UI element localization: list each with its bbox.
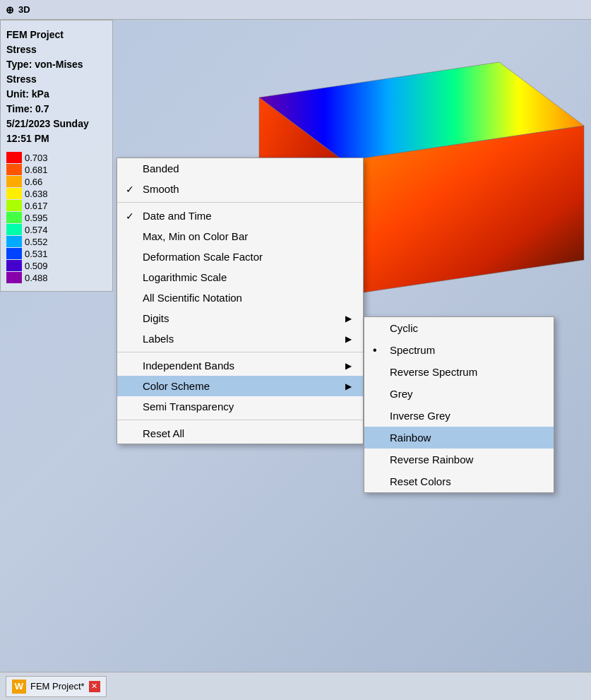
menu-label-logarithmic: Logarithmic Scale <box>143 271 227 283</box>
swatch-3 <box>6 188 22 199</box>
menu-label-smooth: Smooth <box>143 183 179 195</box>
menu-item-deformation[interactable]: Deformation Scale Factor <box>117 247 363 267</box>
color-bar-panel: FEM Project Stress Type: von-Mises Stres… <box>0 20 113 292</box>
value-9: 0.509 <box>25 261 48 271</box>
value-5: 0.595 <box>25 213 48 223</box>
value-7: 0.552 <box>25 237 48 247</box>
menu-label-labels: Labels <box>143 333 174 345</box>
swatch-1 <box>6 164 22 175</box>
menu-label-scientific: All Scientific Notation <box>143 292 242 304</box>
submenu-item-reverse-spectrum[interactable]: Reverse Spectrum <box>364 361 554 383</box>
submenu-item-spectrum[interactable]: • Spectrum <box>364 339 554 361</box>
menu-label-deformation: Deformation Scale Factor <box>143 251 263 263</box>
bullet-spectrum: • <box>373 344 377 357</box>
project-name: FEM Project <box>6 28 107 42</box>
menu-item-digits[interactable]: Digits ▶ <box>117 308 363 328</box>
submenu-item-cyclic[interactable]: Cyclic <box>364 317 554 339</box>
separator-1 <box>117 202 363 203</box>
taskbar-project-button[interactable]: W FEM Project* ✕ <box>6 676 107 697</box>
menu-label-resetall: Reset All <box>143 427 184 439</box>
swatch-10 <box>6 272 22 283</box>
arrow-colorscheme: ▶ <box>345 381 352 391</box>
color-row-3: 0.638 <box>6 188 107 199</box>
swatch-9 <box>6 260 22 271</box>
value-2: 0.66 <box>25 177 42 187</box>
menu-label-datetime: Date and Time <box>143 210 212 222</box>
value-0: 0.703 <box>25 153 48 163</box>
stress-label: Stress <box>6 42 107 57</box>
swatch-5 <box>6 212 22 223</box>
separator-3 <box>117 420 363 420</box>
color-row-9: 0.509 <box>6 260 107 271</box>
menu-item-datetime[interactable]: ✓ Date and Time <box>117 206 363 226</box>
menu-label-transparency: Semi Transparency <box>143 401 234 413</box>
taskbar-close-button[interactable]: ✕ <box>89 681 100 692</box>
value-10: 0.488 <box>25 273 48 283</box>
check-datetime: ✓ <box>126 210 134 222</box>
submenu-item-grey[interactable]: Grey <box>364 383 554 405</box>
arrow-digits: ▶ <box>345 314 352 324</box>
value-6: 0.574 <box>25 225 48 235</box>
submenu-label-reset-colors: Reset Colors <box>390 475 451 487</box>
menu-label-colorscheme: Color Scheme <box>143 380 210 392</box>
value-1: 0.681 <box>25 165 48 175</box>
datetime-label: 5/21/2023 Sunday 12:51 PM <box>6 117 107 146</box>
value-4: 0.617 <box>25 201 48 211</box>
swatch-4 <box>6 200 22 211</box>
value-3: 0.638 <box>25 189 48 199</box>
color-row-6: 0.574 <box>6 224 107 235</box>
menu-label-banded: Banded <box>143 162 179 174</box>
title-bar: ⊕ 3D <box>0 0 591 20</box>
submenu-label-rainbow: Rainbow <box>390 432 431 444</box>
color-row-8: 0.531 <box>6 248 107 259</box>
submenu-item-rainbow[interactable]: Rainbow <box>364 427 554 449</box>
submenu-item-inverse-grey[interactable]: Inverse Grey <box>364 405 554 427</box>
arrow-independent: ▶ <box>345 361 352 371</box>
menu-item-banded[interactable]: Banded <box>117 158 363 179</box>
swatch-7 <box>6 236 22 247</box>
menu-item-reset-all[interactable]: Reset All <box>117 423 363 444</box>
submenu-item-reverse-rainbow[interactable]: Reverse Rainbow <box>364 449 554 470</box>
stress-type: Type: von-Mises Stress <box>6 57 107 87</box>
color-scheme-submenu: Cyclic • Spectrum Reverse Spectrum Grey … <box>364 316 554 493</box>
time-label: Time: 0.7 <box>6 102 107 117</box>
title-icon: ⊕ <box>6 4 14 16</box>
menu-item-color-scheme[interactable]: Color Scheme ▶ <box>117 376 363 396</box>
menu-item-independent-bands[interactable]: Independent Bands ▶ <box>117 355 363 376</box>
color-row-0: 0.703 <box>6 152 107 163</box>
swatch-8 <box>6 248 22 259</box>
menu-item-logarithmic[interactable]: Logarithmic Scale <box>117 267 363 287</box>
project-info: FEM Project Stress Type: von-Mises Stres… <box>6 28 107 146</box>
color-row-10: 0.488 <box>6 272 107 283</box>
color-row-5: 0.595 <box>6 212 107 223</box>
swatch-6 <box>6 224 22 235</box>
taskbar-project-label: FEM Project* <box>30 681 85 692</box>
title-label: 3D <box>18 4 30 15</box>
menu-label-digits: Digits <box>143 312 169 324</box>
separator-2 <box>117 352 363 352</box>
submenu-label-spectrum: Spectrum <box>390 344 435 356</box>
color-row-4: 0.617 <box>6 200 107 211</box>
context-menu: Banded ✓ Smooth ✓ Date and Time Max, Min… <box>117 158 364 444</box>
submenu-item-reset-colors[interactable]: Reset Colors <box>364 470 554 492</box>
color-row-2: 0.66 <box>6 176 107 187</box>
arrow-labels: ▶ <box>345 334 352 344</box>
value-8: 0.531 <box>25 249 48 259</box>
color-row-1: 0.681 <box>6 164 107 175</box>
color-scale: 0.703 0.681 0.66 0.638 0.617 0.595 <box>6 152 107 283</box>
submenu-label-inverse-grey: Inverse Grey <box>390 410 450 422</box>
taskbar-w-icon: W <box>12 680 26 694</box>
swatch-2 <box>6 176 22 187</box>
menu-item-scientific[interactable]: All Scientific Notation <box>117 287 363 308</box>
taskbar: W FEM Project* ✕ <box>0 672 591 700</box>
menu-item-smooth[interactable]: ✓ Smooth <box>117 179 363 199</box>
menu-item-labels[interactable]: Labels ▶ <box>117 328 363 349</box>
menu-item-transparency[interactable]: Semi Transparency <box>117 396 363 417</box>
unit-label: Unit: kPa <box>6 87 107 102</box>
menu-item-maxmin[interactable]: Max, Min on Color Bar <box>117 226 363 247</box>
swatch-0 <box>6 152 22 163</box>
menu-label-maxmin: Max, Min on Color Bar <box>143 230 248 242</box>
submenu-label-reverse-rainbow: Reverse Rainbow <box>390 453 473 465</box>
submenu-label-reverse-spectrum: Reverse Spectrum <box>390 366 477 378</box>
color-row-7: 0.552 <box>6 236 107 247</box>
